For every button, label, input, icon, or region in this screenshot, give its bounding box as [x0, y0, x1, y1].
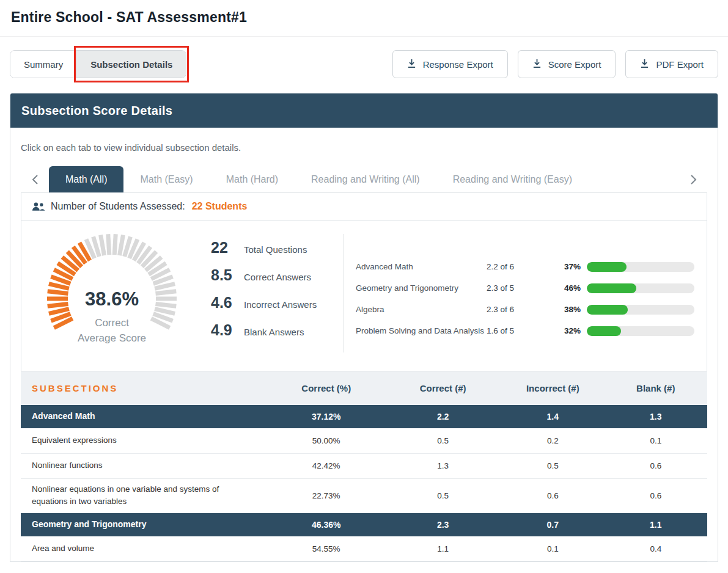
instruction-text: Click on each tab to view individual sub… — [21, 142, 707, 153]
row-value: 0.5 — [384, 478, 501, 513]
progress-bar-fill — [587, 262, 627, 272]
export-button-group: Response Export Score Export PDF Export — [392, 50, 718, 78]
tab-subsection-details[interactable]: Subsection Details — [76, 51, 186, 78]
stat-label: Incorrect Answers — [244, 299, 317, 310]
progress-bar-track — [587, 262, 694, 272]
gauge-caption-line2: Average Score — [35, 332, 189, 345]
page-title: Entire School - SAT Assessment#1 — [11, 9, 717, 26]
stat-value: 8.5 — [211, 266, 244, 284]
toolbar: Summary Subsection Details Response Expo… — [0, 37, 728, 78]
row-value: 46.36% — [268, 513, 384, 536]
category-bar-advanced-math: Advanced Math2.2 of 637% — [356, 256, 694, 277]
tab-subsection-details-label: Subsection Details — [90, 59, 172, 70]
row-name: Nonlinear equations in one variable and … — [21, 478, 268, 513]
category-bar-percent: 38% — [553, 305, 581, 314]
pdf-export-button[interactable]: PDF Export — [625, 50, 718, 78]
view-tab-group: Summary Subsection Details — [10, 50, 186, 78]
progress-bar-track — [587, 326, 694, 336]
row-value: 0.7 — [501, 513, 604, 536]
page-header: Entire School - SAT Assessment#1 — [0, 0, 728, 37]
table-row-equivalent-expressions: Equivalent expressions50.00%0.50.20.1 — [21, 428, 707, 453]
row-name: Area and volume — [21, 536, 268, 561]
subsection-score-card: Subsection Score Details Click on each t… — [10, 93, 718, 562]
row-value: 0.1 — [605, 428, 707, 453]
row-name: Geometry and Trigonometry — [21, 513, 268, 536]
category-bar-algebra: Algebra2.3 of 638% — [356, 299, 694, 320]
row-name: Nonlinear functions — [21, 453, 268, 478]
students-assessed-label: Number of Students Assessed: — [51, 201, 185, 212]
category-bar-label: Problem Solving and Data Analysis — [356, 326, 487, 335]
subsection-tabs: Math (All)Math (Easy)Math (Hard)Reading … — [49, 166, 589, 192]
row-value: 0.6 — [605, 478, 707, 513]
column-header-correct-pct: Correct (%) — [268, 371, 384, 405]
subsection-tab-math-all[interactable]: Math (All) — [49, 166, 123, 192]
row-value: 1.1 — [605, 513, 707, 536]
chevron-right-icon[interactable] — [679, 166, 707, 192]
table-row-area-and-volume: Area and volume54.55%1.10.10.4 — [21, 536, 707, 561]
subsections-table: SUBSECTIONS Correct (%) Correct (#) Inco… — [21, 371, 707, 561]
row-value: 0.6 — [501, 478, 604, 513]
subsection-tab-reading-and-writing-all[interactable]: Reading and Writing (All) — [295, 166, 436, 192]
progress-bar-track — [587, 305, 694, 315]
row-value: 2.3 — [384, 513, 501, 536]
row-value: 0.1 — [501, 536, 604, 561]
column-header-subsections: SUBSECTIONS — [21, 371, 268, 405]
download-icon — [532, 59, 542, 70]
category-bar-percent: 46% — [553, 283, 581, 293]
category-bar-label: Advanced Math — [356, 262, 487, 271]
row-value: 37.12% — [268, 405, 384, 428]
row-name: Advanced Math — [21, 405, 268, 428]
response-export-label: Response Export — [423, 59, 493, 70]
response-export-button[interactable]: Response Export — [392, 50, 508, 78]
table-category-row-geometry-and-trigonometry: Geometry and Trigonometry46.36%2.30.71.1 — [21, 513, 707, 536]
score-export-button[interactable]: Score Export — [518, 50, 616, 78]
category-bar-score: 2.2 of 6 — [487, 262, 553, 271]
students-assessed-value: 22 Students — [192, 201, 248, 212]
row-value: 0.5 — [384, 428, 501, 453]
progress-bar-fill — [587, 305, 628, 315]
table-body: Advanced Math37.12%2.21.41.3Equivalent e… — [21, 405, 707, 561]
category-bar-percent: 32% — [553, 326, 581, 335]
column-header-blank-num: Blank (#) — [605, 371, 707, 405]
card-header: Subsection Score Details — [10, 93, 718, 128]
column-header-incorrect-num: Incorrect (#) — [501, 371, 604, 405]
card-header-title: Subsection Score Details — [21, 104, 172, 118]
download-icon — [407, 59, 416, 70]
students-assessed-row: Number of Students Assessed: 22 Students — [21, 193, 707, 221]
subsection-tab-math-easy[interactable]: Math (Easy) — [123, 166, 209, 192]
download-icon — [640, 59, 649, 70]
category-bars: Advanced Math2.2 of 637%Geometry and Tri… — [344, 230, 707, 355]
row-value: 0.6 — [605, 453, 707, 478]
subsection-tab-bar: Math (All)Math (Easy)Math (Hard)Reading … — [21, 166, 707, 192]
stat-label: Blank Answers — [244, 327, 304, 337]
stat-total-questions: 22Total Questions — [211, 239, 343, 266]
category-bar-problem-solving-and-data-analysis: Problem Solving and Data Analysis1.6 of … — [356, 320, 694, 341]
tab-panel: Number of Students Assessed: 22 Students… — [21, 192, 707, 371]
row-value: 0.2 — [501, 428, 604, 453]
row-value: 22.73% — [268, 478, 384, 513]
category-bar-geometry-and-trigonometry: Geometry and Trigonometry2.3 of 546% — [356, 277, 694, 299]
stat-label: Total Questions — [244, 244, 307, 255]
people-icon — [31, 202, 45, 211]
progress-bar-fill — [587, 283, 636, 293]
category-bar-score: 2.3 of 5 — [487, 283, 553, 293]
summary-section: 38.6% Correct Average Score 22Total Ques… — [21, 221, 707, 371]
stat-value: 22 — [211, 239, 244, 257]
gauge-caption-line1: Correct — [35, 317, 189, 329]
subsection-tab-reading-and-writing-easy[interactable]: Reading and Writing (Easy) — [436, 166, 589, 192]
stat-value: 4.6 — [211, 294, 244, 312]
row-value: 2.2 — [384, 405, 501, 428]
row-name: Equivalent expressions — [21, 428, 268, 453]
subsection-tab-math-hard[interactable]: Math (Hard) — [210, 166, 295, 192]
stat-label: Correct Answers — [244, 272, 311, 282]
stat-correct-answers: 8.5Correct Answers — [211, 266, 343, 294]
table-row-nonlinear-equations-in-one-variable-and-systems-of-equations-in-two-variables: Nonlinear equations in one variable and … — [21, 478, 707, 513]
pdf-export-label: PDF Export — [656, 59, 704, 70]
chevron-left-icon[interactable] — [21, 166, 49, 192]
card-body: Click on each tab to view individual sub… — [10, 128, 718, 561]
tab-summary[interactable]: Summary — [10, 51, 76, 78]
category-bar-score: 1.6 of 5 — [487, 326, 553, 335]
category-bar-score: 2.3 of 6 — [487, 305, 553, 314]
stat-incorrect-answers: 4.6Incorrect Answers — [211, 294, 343, 321]
row-value: 50.00% — [268, 428, 384, 453]
